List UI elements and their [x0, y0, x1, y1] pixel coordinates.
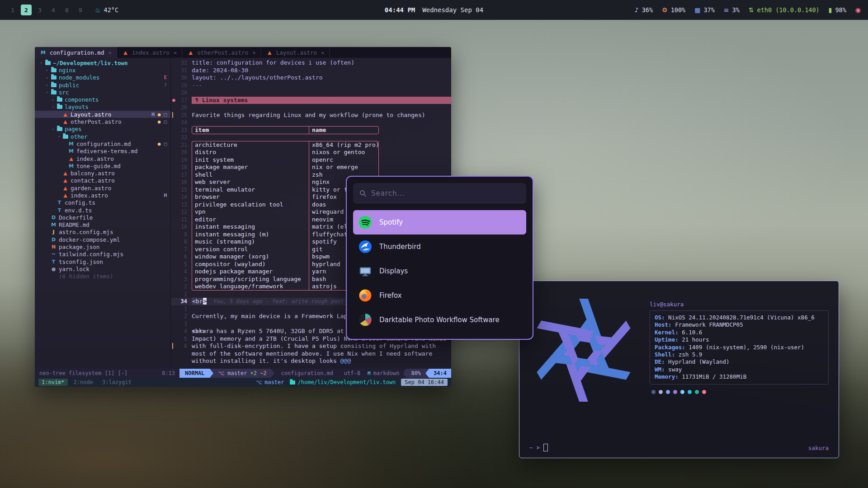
ts-icon: T — [56, 200, 63, 206]
module-memory[interactable]: ≡3% — [724, 6, 740, 14]
filetype-label: markdown — [373, 370, 400, 376]
tree-item-astro.config.mjs[interactable]: Jastro.config.mjs — [35, 229, 170, 236]
module-network[interactable]: ⇅eth0 (10.0.0.140) — [749, 6, 820, 14]
editor-line: 30layout: ../../layouts/otherPost.astro — [171, 74, 451, 82]
search-placeholder: Search... — [371, 189, 405, 197]
temperature-module[interactable]: ♨ 42°C — [95, 6, 118, 14]
line-number: 7 — [171, 246, 192, 253]
tree-item-contact.astro[interactable]: ▲contact.astro — [35, 177, 170, 184]
tree-item-Layout.astro[interactable]: ▲Layout.astroH●□ — [35, 111, 170, 118]
tree-item-otherPost.astro[interactable]: ▲otherPost.astro●□ — [35, 118, 170, 125]
close-icon[interactable]: × — [108, 49, 112, 56]
tree-item-label: garden.astro — [71, 185, 111, 192]
workspaces: 123489 — [7, 5, 86, 15]
tree-item-configuration.md[interactable]: Mconfiguration.md●□ — [35, 140, 170, 147]
tree-item-pages[interactable]: ▾pages — [35, 126, 170, 133]
tab-configuration.md[interactable]: Mconfiguration.md× — [35, 47, 117, 58]
tree-item-index.astro[interactable]: ▲index.astroH — [35, 192, 170, 199]
tree-item-garden.astro[interactable]: ▲garden.astro — [35, 184, 170, 192]
palette-dot — [651, 390, 656, 394]
tmux-window-3:lazygit[interactable]: 3:lazygit — [99, 379, 135, 386]
workspace-button-9[interactable]: 9 — [75, 5, 86, 15]
md-icon: M — [68, 148, 75, 154]
workspace-button-2[interactable]: 2 — [21, 5, 32, 15]
line-gutter: 6 — [171, 253, 192, 261]
fetch-info-row: Kernel: 6.10.6 — [655, 329, 824, 336]
git-status-badge: ? — [164, 82, 167, 88]
cursor-position: 34:4 — [429, 369, 451, 378]
tree-item-tsconfig.json[interactable]: Ttsconfig.json — [35, 258, 170, 265]
tree-item-label: Layout.astro — [71, 111, 111, 118]
tree-item-fediverse-terms.md[interactable]: Mfediverse-terms.md — [35, 148, 170, 155]
tree-item-label: README.md — [59, 221, 90, 228]
workspace-button-3[interactable]: 3 — [34, 5, 45, 15]
tree-item-node_modules[interactable]: ▸node_modulesE — [35, 74, 170, 81]
tmux-window-2:node[interactable]: 2:node — [71, 379, 96, 386]
workspace-button-4[interactable]: 4 — [48, 5, 59, 15]
tree-item-README.md[interactable]: MREADME.md — [35, 221, 170, 229]
module-power[interactable]: ◉ — [855, 6, 861, 14]
tree-item-docker-compose.yml[interactable]: Ddocker-compose.yml — [35, 236, 170, 243]
tree-item-label: env.d.ts — [65, 207, 92, 214]
tabline: Mconfiguration.md×▲index.astro×▲otherPos… — [35, 47, 451, 58]
app-launcher: Search... SpotifyThunderbirdDisplaysFire… — [346, 176, 533, 340]
battery-icon: ▮ — [829, 6, 832, 14]
tab-otherPost.astro[interactable]: ▲otherPost.astro× — [182, 47, 261, 58]
tree-item-env.d.ts[interactable]: Tenv.d.ts — [35, 206, 170, 214]
fetch-info-label: DE: — [655, 358, 668, 365]
tree-item-Dockerfile[interactable]: DDockerfile — [35, 214, 170, 221]
tree-item-package.json[interactable]: Npackage.json — [35, 243, 170, 250]
tree-item-src[interactable]: ▾src — [35, 89, 170, 96]
tree-item-label: node_modules — [59, 74, 99, 81]
launcher-item-spotify[interactable]: Spotify — [353, 210, 526, 235]
tree-item-components[interactable]: ▸components — [35, 96, 170, 103]
tree-item-label: config.ts — [65, 199, 95, 206]
line-gutter: 2 — [171, 313, 192, 320]
tree-item-nginx[interactable]: ▸nginx — [35, 66, 170, 74]
close-icon[interactable]: × — [321, 49, 325, 56]
module-cpu[interactable]: ▦37% — [694, 6, 715, 14]
gutter-sign: ▎ — [172, 343, 175, 350]
tree-item-tailwind.config.mjs[interactable]: ~tailwind.config.mjs — [35, 251, 170, 258]
tree-root[interactable]: ▾ ~/Development/liv.town — [35, 59, 170, 66]
line-gutter: 4 — [171, 268, 192, 276]
tree-item-yarn.lock[interactable]: ●yarn.lock — [35, 265, 170, 272]
tree-item-label: src — [59, 89, 69, 96]
launcher-item-thunderbird[interactable]: Thunderbird — [353, 235, 526, 259]
launcher-item-firefox[interactable]: Firefox — [353, 283, 526, 308]
close-icon[interactable]: × — [252, 49, 256, 56]
module-volume[interactable]: ♪36% — [635, 6, 653, 14]
workspace-button-1[interactable]: 1 — [7, 5, 18, 15]
launcher-item-displays[interactable]: Displays — [353, 259, 526, 283]
line-number: 22 — [171, 134, 192, 141]
fetch-info-value: 21 hours — [682, 336, 709, 343]
tree-item-layouts[interactable]: ▾layouts — [35, 103, 170, 111]
table-cell: programming/scripting language — [192, 276, 309, 283]
shell-prompt[interactable]: ~ > — [529, 444, 548, 451]
tree-item-other[interactable]: ▾other — [35, 133, 170, 140]
tree-item-label: contact.astro — [71, 177, 115, 184]
tree-item-tone-guide.md[interactable]: Mtone-guide.md — [35, 162, 170, 169]
clock[interactable]: 04:44 PM Wednesday Sep 04 — [385, 6, 483, 14]
tree-item-index.astro[interactable]: ▲index.astro — [35, 155, 170, 162]
tree-item-public[interactable]: ▸public? — [35, 81, 170, 89]
powerline-separator — [210, 369, 213, 378]
module-battery[interactable]: ▮98% — [829, 6, 846, 14]
table-row: package managernix or emerge — [192, 164, 379, 171]
launcher-item-darktable[interactable]: Darktable Photo Workflow Software — [353, 308, 526, 332]
workspace-button-8[interactable]: 8 — [61, 5, 72, 15]
terminal-window[interactable]: liv@sakura OS: NixOS 24.11.20240828.71e9… — [519, 281, 839, 458]
tree-item-label: astro.config.mjs — [59, 229, 113, 235]
palette-dot — [666, 390, 670, 394]
close-icon[interactable]: × — [174, 49, 177, 56]
table-cell: webdev language/framework — [192, 283, 309, 291]
module-gear[interactable]: ⚙100% — [662, 6, 685, 14]
search-input[interactable]: Search... — [353, 183, 526, 204]
tab-index.astro[interactable]: ▲index.astro× — [117, 47, 182, 58]
line-number: 4 — [171, 268, 192, 276]
tree-item-balcony.astro[interactable]: ▲balcony.astro — [35, 169, 170, 177]
tree-item-config.ts[interactable]: Tconfig.ts — [35, 199, 170, 206]
tree-item-(6 hidden items)[interactable]: (6 hidden items) — [35, 273, 170, 280]
tab-Layout.astro[interactable]: ▲Layout.astro× — [261, 47, 330, 58]
tmux-window-1:nvim*[interactable]: 1:nvim* — [38, 379, 68, 386]
